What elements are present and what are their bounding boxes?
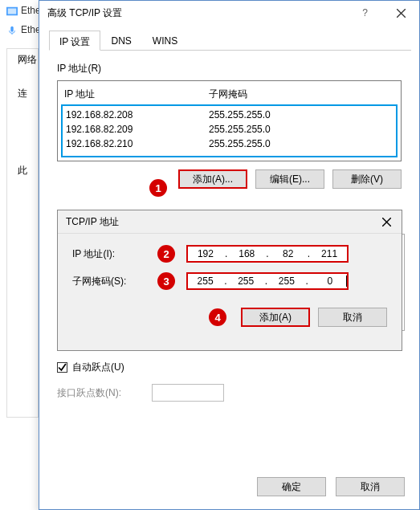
subnet-mask-input[interactable]: 255. 255. 255. 0 — [186, 272, 349, 290]
bg-ethernet-icon — [6, 5, 18, 16]
header-mask: 子网掩码 — [209, 88, 247, 101]
add-ip-button[interactable]: 添加(A)... — [178, 169, 247, 189]
interface-metric-input — [152, 384, 224, 402]
help-button[interactable]: ? — [347, 2, 383, 25]
advanced-tcpip-dialog: 高级 TCP/IP 设置 ? IP 设置 DNS WINS IP 地址(R) I… — [39, 0, 420, 510]
subdialog-close-button[interactable] — [376, 214, 397, 230]
tab-strip: IP 设置 DNS WINS — [49, 30, 411, 51]
subdialog-titlebar: TCP/IP 地址 — [58, 210, 402, 234]
bg-sidebar-item-1: 连 — [18, 87, 27, 100]
tab-ip-settings[interactable]: IP 设置 — [49, 31, 100, 51]
list-row[interactable]: 192.168.82.208 255.255.255.0 — [64, 108, 394, 122]
ip-address-list: IP 地址 子网掩码 192.168.82.208 255.255.255.0 … — [57, 80, 402, 161]
interface-metric-label: 接口跃点数(N): — [57, 386, 145, 400]
callout-2: 2 — [157, 245, 175, 263]
dialog-titlebar: 高级 TCP/IP 设置 ? — [39, 1, 419, 25]
mask-octet-2[interactable]: 255 — [229, 275, 263, 287]
callout-3: 3 — [157, 272, 175, 290]
close-button[interactable] — [383, 2, 419, 25]
cell-mask: 255.255.255.0 — [209, 124, 271, 135]
ip-octet-3[interactable]: 82 — [271, 248, 306, 259]
bg-mic-icon — [6, 24, 18, 35]
callout-4: 4 — [209, 308, 226, 326]
mask-octet-1[interactable]: 255 — [188, 275, 222, 287]
tab-wins[interactable]: WINS — [142, 31, 188, 51]
auto-metric-checkbox[interactable]: 自动跃点(U) — [57, 361, 124, 374]
bg-sidebar-item-2: 此 — [18, 164, 27, 177]
subnet-mask-label: 子网掩码(S): — [72, 275, 157, 288]
cell-mask: 255.255.255.0 — [209, 138, 271, 149]
auto-metric-label: 自动跃点(U) — [72, 361, 124, 374]
tab-dns[interactable]: DNS — [100, 31, 141, 51]
mask-octet-3[interactable]: 255 — [269, 275, 304, 287]
list-row[interactable]: 192.168.82.209 255.255.255.0 — [64, 122, 394, 137]
bg-ethernet-item-2[interactable]: Ethe — [21, 24, 41, 35]
subdialog-add-button[interactable]: 添加(A) — [241, 308, 310, 327]
ip-octet-1[interactable]: 192 — [188, 248, 223, 259]
list-row[interactable]: 192.168.82.210 255.255.255.0 — [64, 137, 394, 151]
ip-octet-2[interactable]: 168 — [229, 248, 264, 259]
ip-addresses-group-label: IP 地址(R) — [57, 62, 402, 75]
list-header: IP 地址 子网掩码 — [61, 84, 398, 104]
ip-address-label: IP 地址(I): — [72, 247, 157, 261]
cell-mask: 255.255.255.0 — [209, 109, 271, 120]
text-cursor — [346, 275, 347, 287]
cell-ip: 192.168.82.209 — [66, 124, 209, 135]
svg-rect-2 — [10, 27, 13, 32]
ip-address-input[interactable]: 192. 168. 82. 211 — [186, 245, 349, 263]
edit-ip-button[interactable]: 编辑(E)... — [255, 169, 324, 189]
checkbox-icon — [57, 362, 67, 373]
cancel-button[interactable]: 取消 — [336, 477, 405, 496]
header-ip: IP 地址 — [64, 88, 209, 101]
mask-octet-4[interactable]: 0 — [310, 275, 345, 287]
bg-sidebar-frame — [6, 48, 39, 418]
cell-ip: 192.168.82.208 — [66, 109, 209, 120]
dialog-title: 高级 TCP/IP 设置 — [47, 6, 347, 20]
ip-octet-4[interactable]: 211 — [312, 248, 347, 259]
ok-button[interactable]: 确定 — [257, 477, 326, 496]
callout-1: 1 — [149, 179, 167, 197]
remove-ip-button[interactable]: 删除(V) — [332, 169, 402, 189]
svg-rect-1 — [8, 8, 17, 14]
bg-sidebar-header: 网络 — [18, 53, 37, 67]
list-body[interactable]: 192.168.82.208 255.255.255.0 192.168.82.… — [61, 104, 398, 157]
cell-ip: 192.168.82.210 — [66, 138, 209, 149]
tcpip-address-subdialog: TCP/IP 地址 IP 地址(I): 2 192. 168. 82. 211 … — [57, 210, 402, 351]
subdialog-title: TCP/IP 地址 — [66, 215, 376, 229]
subdialog-cancel-button[interactable]: 取消 — [318, 308, 387, 327]
